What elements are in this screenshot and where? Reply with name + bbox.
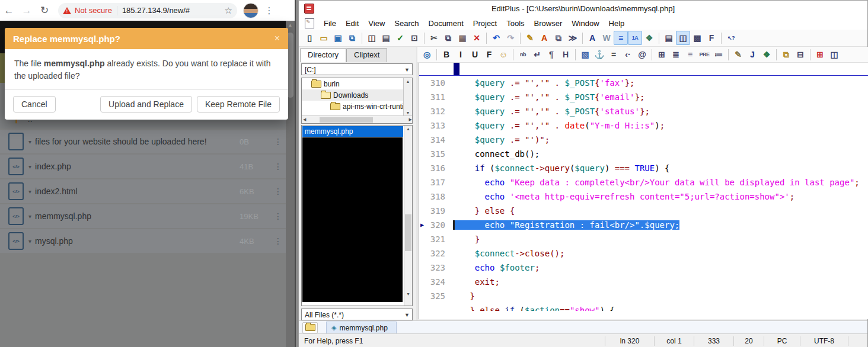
redo-icon[interactable]: ↷ [503,31,518,45]
menu-browser[interactable]: Browser [529,19,567,28]
title-bar[interactable]: EditPlus - [C:\Users\burin\Downloads\mem… [299,1,867,17]
menu-help[interactable]: Help [604,19,630,28]
font-tag-icon[interactable]: F [482,47,496,62]
cut-icon[interactable]: ✂ [427,31,441,45]
anchor-icon[interactable]: ⚓ [592,47,607,62]
line-numbers-icon[interactable]: 1A [628,31,642,45]
preformatted-icon[interactable]: PRE [697,47,711,62]
file-name[interactable]: files for your website should be uploade… [35,137,240,146]
url-text[interactable]: 185.27.134.9/new/# [122,6,224,15]
menu-file[interactable]: File [319,19,341,28]
copy-icon[interactable]: ⧉ [441,31,455,45]
comment-tag-icon[interactable]: ‹· [621,47,635,62]
window-new-icon[interactable]: ⊟ [793,47,808,62]
chevron-down-icon[interactable]: ▾ [28,188,31,195]
address-bar[interactable]: ! Not secure 185.27.134.9/new/# ☆ [58,3,237,18]
keep-remote-file-button[interactable]: Keep Remote File [197,96,280,113]
file-row[interactable]: </>▾index.php41B⋮ [0,155,286,178]
file-row[interactable]: ▾files for your website should be upload… [0,130,286,153]
menu-tools[interactable]: Tools [502,19,529,28]
print-icon[interactable]: ▤ [379,31,393,45]
view-list-icon[interactable]: ▤ [662,31,676,45]
chevron-down-icon[interactable]: ▾ [28,213,31,220]
open-file-icon[interactable]: ▭ [317,31,331,45]
close-icon[interactable]: × [275,33,280,44]
image-icon[interactable]: ▧ [578,47,592,62]
indent-icon[interactable]: ≫ [566,31,580,45]
document-tab[interactable]: ◈memmysql.php [326,322,397,333]
horizontal-rule-icon[interactable]: = [607,47,621,62]
print-preview-icon[interactable]: ◫ [365,31,379,45]
tree-hscrollbar[interactable]: ◀▶ [302,115,413,123]
bold-icon[interactable]: B [439,47,454,62]
line-spacing-icon[interactable]: ≡ [614,31,628,45]
menu-edit[interactable]: Edit [341,19,363,28]
profile-avatar[interactable] [243,3,259,18]
menu-search[interactable]: Search [390,19,423,28]
file-name[interactable]: memmysql.php [35,211,240,221]
menu-document[interactable]: Document [424,19,468,28]
chevron-down-icon[interactable]: ▾ [28,238,31,245]
selected-file[interactable]: memmysql.php [302,126,403,137]
javascript-icon[interactable]: J [745,47,760,62]
table-icon[interactable]: ⊞ [655,47,669,62]
forward-icon[interactable]: → [18,5,36,17]
tree-vscrollbar[interactable]: ▲▼ [403,78,412,115]
save-icon[interactable]: ▣ [331,31,345,45]
copy-formatting-icon[interactable]: ⧉ [551,31,566,45]
special-character-icon[interactable]: @ [635,47,649,62]
row-menu-icon[interactable]: ⋮ [270,137,286,146]
back-icon[interactable]: ← [0,5,18,17]
highlight-marker-icon[interactable]: ✎ [523,31,537,45]
non-breaking-space-icon[interactable]: nb [516,47,530,62]
chevron-down-icon[interactable]: ▾ [28,139,31,145]
script-icon[interactable]: ✎ [731,47,745,62]
bookmark-star-icon[interactable]: ☆ [225,5,232,16]
file-row[interactable]: </>▾memmysql.php19KB⋮ [0,204,286,228]
font-color-icon[interactable]: A [537,31,551,45]
row-menu-icon[interactable]: ⋮ [270,236,286,246]
heading-icon[interactable]: H [559,47,573,62]
spell-check-icon[interactable]: ✓ [393,31,407,45]
tree-item-burin[interactable]: burin [302,78,412,89]
font-icon[interactable]: A [585,31,599,45]
code-editor[interactable]: ----+----1----+----2----+----3----+----4… [419,63,868,319]
frames-icon[interactable]: ◫ [827,47,841,62]
italic-icon[interactable]: I [454,47,468,62]
windows-logo-icon[interactable]: ⊞ [813,47,827,62]
tab-cliptext[interactable]: Cliptext [346,48,387,62]
tree-item-downloads[interactable]: Downloads [302,89,412,101]
browser-menu-icon[interactable]: ⋮ [263,5,275,16]
align-right-icon[interactable]: ≡ [683,47,697,62]
tab-directory[interactable]: Directory [300,48,346,62]
underline-icon[interactable]: U [468,47,482,62]
file-name[interactable]: index.php [35,162,240,171]
line-break-icon[interactable]: ↵ [530,47,544,62]
cancel-button[interactable]: Cancel [13,96,56,113]
file-row[interactable]: </>▾index2.html6KB⋮ [0,179,286,203]
paste-icon[interactable]: ▦ [455,31,470,45]
row-menu-icon[interactable]: ⋮ [270,211,286,221]
word-wrap-icon[interactable]: W [599,31,614,45]
undo-icon[interactable]: ↶ [489,31,503,45]
objects-icon[interactable]: ❖ [760,47,774,62]
view-panel-icon[interactable]: ◫ [676,31,690,45]
syntax-colors-icon[interactable]: ❖ [642,31,656,45]
reload-icon[interactable]: ↻ [36,4,53,17]
save-all-icon[interactable]: ⧉ [345,31,359,45]
view-output-icon[interactable]: ▩ [690,31,704,45]
copy-file-icon[interactable]: ⧉ [779,47,793,62]
list-icon[interactable]: ≔ [711,47,726,62]
drive-select[interactable]: [C:]▼ [301,63,413,75]
context-help-icon[interactable]: ↖? [724,31,738,45]
view-function-icon[interactable]: F [704,31,719,45]
html-document-icon[interactable]: ⊡ [407,31,422,45]
emoticon-icon[interactable]: ☺ [496,47,510,62]
file-filter-select[interactable]: All Files (*.*)▼ [301,309,413,320]
new-document-icon[interactable]: ▯ [302,31,317,45]
chevron-down-icon[interactable]: ▾ [28,163,31,170]
file-name[interactable]: mysql.php [35,236,240,246]
filelist-vscrollbar[interactable]: ▲▼ [404,126,412,306]
paragraph-icon[interactable]: ¶ [544,47,559,62]
tree-item-api-ms-win-crt-runtim[interactable]: api-ms-win-crt-runtim [302,101,412,112]
